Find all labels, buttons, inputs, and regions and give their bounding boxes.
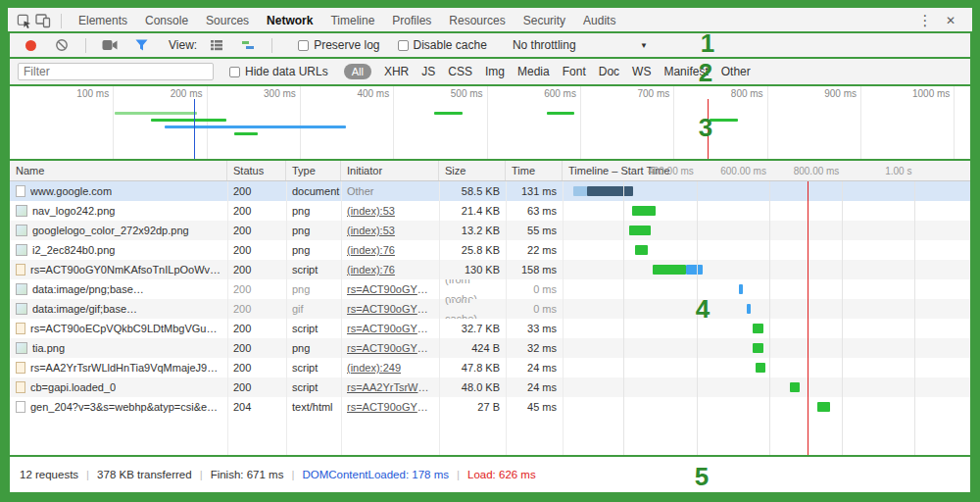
initiator-link[interactable]: (index):76 [347,240,395,260]
filter-icon[interactable] [131,37,151,53]
hide-data-urls-checkbox[interactable]: Hide data URLs [229,65,328,78]
waterfall-cell [563,358,970,377]
checkbox-box [398,40,409,51]
device-toolbar-icon[interactable] [33,12,53,29]
size-cell: 27 B [439,397,506,417]
initiator-link[interactable]: rs=ACT90oGY0Nm… [347,299,433,319]
waterfall-cell [563,279,970,299]
image-icon [16,205,27,217]
filter-type-other[interactable]: Other [721,65,751,78]
request-row[interactable]: i2_2ec824b0.png200png(index):7625.8 KB22… [10,240,970,260]
filter-type-manifest[interactable]: Manifest [663,65,708,78]
filter-type-media[interactable]: Media [517,65,550,78]
waterfall-cell [563,260,970,279]
timeline-overview[interactable]: 100 ms200 ms300 ms400 ms500 ms600 ms700 … [8,84,972,161]
inspect-element-icon[interactable] [14,12,33,29]
throttling-select[interactable]: No throttling ▼ [513,38,648,52]
screencast-camera-icon[interactable] [100,37,120,53]
close-icon[interactable]: ✕ [941,12,960,29]
overview-event-line [708,99,709,159]
waterfall-cell [563,397,970,417]
tab-network[interactable]: Network [258,8,321,33]
initiator-link[interactable]: (index):53 [347,221,395,240]
overview-bar [165,126,346,128]
request-name: gen_204?v=3&s=webhp&atyp=csi&e… [30,397,218,417]
clear-button[interactable] [52,37,72,53]
time-cell: 33 ms [506,319,563,338]
disable-cache-checkbox[interactable]: Disable cache [398,38,487,52]
waterfall-cell [563,201,970,221]
request-row[interactable]: data:image/png;base…200pngrs=ACT90oGY0Nm… [10,279,970,299]
time-cell: 32 ms [506,338,563,358]
record-button[interactable] [25,40,36,51]
hide-data-urls-label: Hide data URLs [245,65,328,78]
type-cell: script [286,358,341,377]
overflow-menu-icon[interactable]: ⋮ [915,12,935,29]
status-cell: 200 [227,358,286,377]
time-cell: 22 ms [506,240,563,260]
document-icon [16,185,25,197]
initiator-link[interactable]: rs=ACT90oGY0Nm… [347,338,433,358]
waterfall-cell [563,181,970,201]
filter-type-all[interactable]: All [344,64,371,79]
filter-type-js[interactable]: JS [421,65,435,78]
tab-resources[interactable]: Resources [440,8,514,33]
table-header: NameStatusTypeInitiatorSizeTimeTimeline … [10,161,970,181]
image-icon [16,283,27,295]
request-row[interactable]: rs=AA2YrTsrWLldHnTia9VqMmajeJ95…200scrip… [10,358,970,377]
request-name: rs=ACT90oECpVQkbC9LDtMbgVGuN… [30,319,221,338]
filter-type-css[interactable]: CSS [448,65,472,78]
initiator-link[interactable]: rs=ACT90oGY0Nm… [347,319,433,338]
initiator-link[interactable]: (index):249 [347,358,401,377]
tab-console[interactable]: Console [136,8,197,33]
preserve-log-checkbox[interactable]: Preserve log [298,38,379,52]
request-row[interactable]: googlelogo_color_272x92dp.png200png(inde… [10,221,970,240]
overview-toggle-icon[interactable] [238,37,258,53]
request-row[interactable]: rs=ACT90oGY0NmKAfsoTnILpOoWvB…200script(… [10,260,970,279]
tab-audits[interactable]: Audits [574,8,624,33]
waterfall-tick-label: 1.00 s [885,166,914,176]
name-cell: data:image/gif;base… [10,299,227,319]
disable-cache-label: Disable cache [414,38,487,52]
tab-sources[interactable]: Sources [197,8,258,33]
initiator-link[interactable]: rs=ACT90oGY0Nm… [347,397,433,417]
tab-security[interactable]: Security [514,8,574,33]
list-view-icon[interactable] [207,37,226,53]
request-row[interactable]: data:image/gif;base…200gifrs=ACT90oGY0Nm… [10,299,970,319]
request-row[interactable]: rs=ACT90oECpVQkbC9LDtMbgVGuN…200scriptrs… [10,319,970,338]
initiator-link[interactable]: (index):53 [347,201,395,221]
filter-type-font[interactable]: Font [563,65,586,78]
initiator-link[interactable]: (index):76 [347,260,395,279]
request-row[interactable]: cb=gapi.loaded_0200scriptrs=AA2YrTsrWLld… [10,377,970,397]
column-header-name[interactable]: Name [10,161,227,180]
initiator-link[interactable]: rs=AA2YrTsrWLldH… [347,377,433,397]
filter-type-xhr[interactable]: XHR [384,65,409,78]
tab-timeline[interactable]: Timeline [321,8,383,33]
request-row[interactable]: www.google.com200documentOther58.5 KB131… [10,181,970,201]
filter-type-ws[interactable]: WS [632,65,651,78]
image-icon [16,244,27,256]
waterfall-bar [686,265,703,275]
column-header-initiator[interactable]: Initiator [341,161,439,180]
column-header-label: Initiator [347,165,382,176]
filter-type-doc[interactable]: Doc [599,65,619,78]
request-row[interactable]: nav_logo242.png200png(index):5321.4 KB63… [10,201,970,221]
column-header-size[interactable]: Size [439,161,506,180]
request-name: data:image/png;base… [32,279,144,299]
status-cell: 200 [227,319,286,338]
column-header-status[interactable]: Status [227,161,286,180]
column-header-type[interactable]: Type [286,161,341,180]
initiator-link[interactable]: rs=ACT90oGY0Nm… [347,279,433,299]
time-cell: 24 ms [506,377,563,397]
network-filterbar: Hide data URLs All XHRJSCSSImgMediaFontD… [8,57,972,86]
request-row[interactable]: gen_204?v=3&s=webhp&atyp=csi&e…204text/h… [10,397,970,417]
tab-profiles[interactable]: Profiles [383,8,440,33]
waterfall-tick-label: 600.00 ms [720,166,769,176]
request-row[interactable]: tia.png200pngrs=ACT90oGY0Nm…424 B32 ms [10,338,970,358]
waterfall-cell [563,377,970,397]
column-header-timeline[interactable]: Timeline – Start Time400.00 ms600.00 ms8… [563,161,970,180]
filter-input[interactable] [18,63,214,80]
tab-elements[interactable]: Elements [70,8,136,33]
column-header-time[interactable]: Time [506,161,563,180]
filter-type-img[interactable]: Img [485,65,505,78]
